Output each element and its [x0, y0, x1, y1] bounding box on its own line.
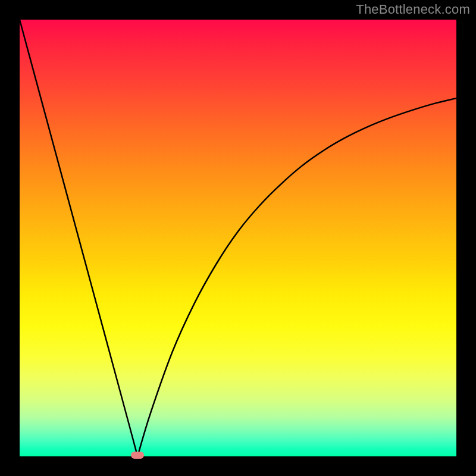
watermark-text: TheBottleneck.com	[356, 2, 470, 17]
bottleneck-curve	[20, 20, 456, 456]
chart-frame: TheBottleneck.com	[0, 0, 476, 476]
optimum-marker	[131, 452, 144, 459]
